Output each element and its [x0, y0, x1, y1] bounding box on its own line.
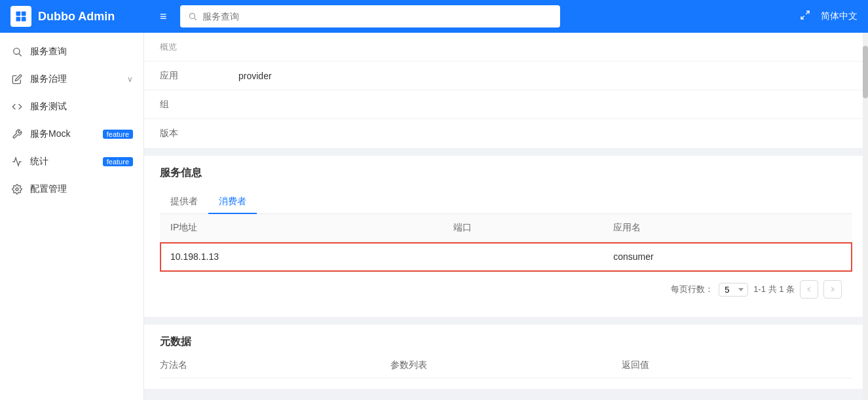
- svg-line-7: [801, 16, 804, 19]
- top-header: Dubbo Admin ≡ 简体中文: [0, 0, 868, 33]
- feature-badge: feature: [103, 130, 133, 139]
- svg-rect-0: [16, 12, 21, 16]
- table-body: 10.198.1.13 consumer: [160, 242, 852, 272]
- sidebar-item-label: 配置管理: [30, 183, 133, 195]
- fullscreen-button[interactable]: [800, 10, 810, 23]
- search-bar[interactable]: [180, 5, 560, 27]
- meta-col-method: 方法名: [160, 359, 390, 371]
- svg-point-8: [14, 48, 20, 54]
- search-input[interactable]: [202, 11, 552, 22]
- service-info-section: 服务信息 提供者 消费者 IP地址 端口: [144, 156, 868, 317]
- service-info-title: 服务信息: [160, 166, 852, 180]
- settings-icon: [10, 184, 24, 194]
- meta-col-params: 参数列表: [390, 359, 621, 371]
- next-page-button[interactable]: [823, 280, 842, 299]
- info-section: 概览 应用 provider 组 版本: [144, 33, 868, 148]
- chart-icon: [10, 156, 24, 167]
- meta-section: 元数据 方法名 参数列表 返回值: [144, 325, 868, 389]
- logo-area: Dubbo Admin: [10, 6, 155, 27]
- col-appname: 应用名: [603, 214, 852, 242]
- col-port: 端口: [443, 214, 603, 242]
- tab-consumer[interactable]: 消费者: [208, 191, 257, 214]
- pagination: 每页行数： 5 10 20 50 1-1 共 1 条: [160, 272, 852, 306]
- svg-line-9: [19, 54, 22, 56]
- cell-port: [443, 242, 603, 272]
- meta-col-return: 返回值: [622, 359, 852, 371]
- main-content: 概览 应用 provider 组 版本 服务信息 提供者: [144, 33, 868, 400]
- sidebar-item-label: 服务Mock: [30, 128, 96, 140]
- consumer-table: IP地址 端口 应用名 10.198.1.13 consum: [160, 214, 852, 272]
- table-row: 10.198.1.13 consumer: [160, 242, 852, 272]
- svg-line-5: [194, 18, 196, 20]
- chevron-down-icon: ∨: [127, 75, 133, 84]
- meta-section-title: 元数据: [160, 335, 852, 349]
- header-center: ≡: [155, 5, 800, 27]
- sidebar-item-service-governance[interactable]: 服务治理 ∨: [0, 65, 143, 93]
- svg-rect-3: [22, 17, 26, 22]
- sidebar-item-label: 统计: [30, 156, 96, 168]
- svg-rect-2: [16, 17, 21, 22]
- meta-header-row: 方法名 参数列表 返回值: [160, 359, 852, 378]
- partial-header-row: 概览: [144, 33, 868, 62]
- sidebar-item-label: 服务测试: [30, 101, 133, 113]
- menu-toggle-button[interactable]: ≡: [155, 7, 172, 26]
- main-layout: 服务查询 服务治理 ∨ 服务测试: [0, 33, 868, 400]
- sidebar-item-service-query[interactable]: 服务查询: [0, 38, 143, 65]
- edit-icon: [10, 74, 24, 84]
- search-icon: [188, 12, 197, 21]
- sidebar-item-statistics[interactable]: 统计 feature: [0, 148, 143, 175]
- sidebar-item-label: 服务治理: [30, 73, 121, 85]
- scrollbar[interactable]: [863, 33, 868, 400]
- svg-point-4: [189, 13, 195, 18]
- per-page-select[interactable]: 5 10 20 50: [719, 283, 748, 297]
- info-row-group: 组: [144, 90, 868, 119]
- col-ip: IP地址: [160, 214, 443, 242]
- cell-ip: 10.198.1.13: [160, 242, 443, 272]
- prev-page-button[interactable]: [800, 280, 818, 299]
- info-row-version: 版本: [144, 119, 868, 148]
- scroll-thumb[interactable]: [863, 46, 868, 98]
- table-header: IP地址 端口 应用名: [160, 214, 852, 242]
- sidebar: 服务查询 服务治理 ∨ 服务测试: [0, 33, 144, 400]
- per-page-label: 每页行数：: [671, 283, 713, 295]
- app-value: provider: [238, 71, 272, 81]
- group-label: 组: [160, 99, 238, 111]
- dubbo-logo: [10, 6, 31, 27]
- cell-appname: consumer: [603, 242, 852, 272]
- app-title: Dubbo Admin: [38, 10, 115, 24]
- header-right: 简体中文: [800, 10, 858, 23]
- overview-label: 概览: [160, 41, 238, 53]
- code-icon: [10, 101, 24, 112]
- info-row-app: 应用 provider: [144, 62, 868, 90]
- search-icon: [10, 46, 24, 57]
- svg-rect-1: [22, 12, 26, 16]
- language-button[interactable]: 简体中文: [821, 10, 858, 22]
- svg-point-10: [16, 188, 18, 191]
- wrench-icon: [10, 129, 24, 139]
- sidebar-item-service-test[interactable]: 服务测试: [0, 93, 143, 120]
- service-tabs: 提供者 消费者: [160, 191, 852, 214]
- feature-badge: feature: [103, 157, 133, 166]
- version-label: 版本: [160, 128, 238, 139]
- tab-provider[interactable]: 提供者: [160, 191, 208, 214]
- sidebar-item-config-management[interactable]: 配置管理: [0, 175, 143, 203]
- svg-line-6: [806, 11, 809, 14]
- app-label: 应用: [160, 70, 238, 82]
- sidebar-item-label: 服务查询: [30, 46, 133, 58]
- sidebar-item-service-mock[interactable]: 服务Mock feature: [0, 120, 143, 148]
- pagination-info: 1-1 共 1 条: [753, 283, 795, 295]
